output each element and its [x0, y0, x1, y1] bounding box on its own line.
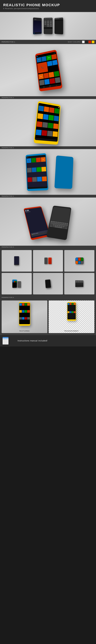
textured-transparent-section: TEXTURED: [0, 299, 96, 335]
perspective-3-phone: ●● 📶: [33, 101, 61, 145]
page-line-b2: [8, 340, 13, 340]
page-line-6: [3, 343, 8, 343]
perspective-2-phone: ●●●● 📷 🎵 Xbox 📞 IE: [35, 50, 63, 92]
perspective-2-scene: ●●●● 📷 🎵 Xbox 📞 IE: [0, 44, 96, 96]
phone-screen-right-content: backgrounds: [54, 18, 63, 34]
perspective-6-label: PERSPECTIVE 6: [2, 297, 14, 298]
perspective-4-phone-back: [54, 156, 73, 189]
page-title: REALISTIC PHONE MOCKUP: [3, 3, 93, 7]
transparent-item: TRANSPARENT: [49, 300, 94, 333]
page-line-5: [3, 342, 8, 342]
color-swatch-yellow: [92, 40, 94, 43]
page-line-b4: [8, 341, 13, 342]
page-header-bar-2: [8, 338, 14, 339]
perspective-1-phone-center: enter your password 1 2 3 4 5 6 7 8 9 0: [44, 18, 53, 34]
perspective-4-scene: 9:41 📞 IE: [0, 149, 96, 195]
perspective-3-label-strip: PERSPECTIVE 3: [0, 146, 96, 149]
perspective-3-label: PERSPECTIVE 3: [2, 147, 14, 148]
instruction-page-1: [2, 337, 8, 344]
grid-item-2: [33, 250, 63, 272]
perspective-4-label-strip: PERSPECTIVE 4: [0, 195, 96, 198]
perspective-6-label-strip: PERSPECTIVE 6: [0, 296, 96, 299]
grid-item-1: [2, 250, 32, 272]
page-line-8: [3, 344, 8, 344]
grid-item-3: [64, 250, 94, 272]
page-header: REALISTIC PHONE MOCKUP 6 Realistic persp…: [0, 0, 96, 12]
perspective-4-phone-front: 9:41 📞 IE: [25, 153, 48, 191]
textured-label: TEXTURED: [19, 330, 30, 332]
page-lines: [2, 338, 8, 344]
perspective-5-label-strip: PERSPECTIVE 5: [0, 246, 96, 248]
instructions-text: Instructions manual included!: [17, 340, 48, 342]
grid-item-6: [64, 273, 94, 294]
instructions-bar: Instructions manual included!: [0, 335, 96, 346]
page-line-b1: [8, 339, 13, 340]
body-colors-bar: PERSPECTIVE 1 BODY COLORS: [0, 40, 96, 44]
perspective-4-label: PERSPECTIVE 4: [2, 196, 14, 197]
perspective-5-label: PERSPECTIVE 5: [2, 246, 14, 248]
perspective-3-section: ●● 📶: [0, 99, 96, 149]
perspective-5-phone-keyboard: q w e: [46, 206, 71, 240]
perspective-2-label: PERSPECTIVE 2: [2, 97, 14, 98]
transparent-label: TRANSPARENT: [64, 330, 79, 332]
perspective-1-phone-left: 2:23: [33, 18, 41, 34]
grid-item-5: [33, 273, 63, 294]
perspective-5-section: 2:23 Wednesday 🔒 slide to unlock q: [0, 198, 96, 248]
phone-screen-content: 2:23: [33, 18, 41, 34]
perspective-6-grid: [0, 248, 96, 296]
page-line-4: [3, 342, 8, 342]
page-subtitle: 6 Realistic perspectives/compositions: [3, 8, 93, 10]
perspective-1-phone-right: backgrounds: [54, 18, 63, 34]
body-colors-right: BODY COLORS: [68, 40, 94, 43]
page-line-3: [3, 341, 8, 341]
perspective-3-scene: ●● 📶: [0, 99, 96, 146]
instructions-preview: [2, 337, 15, 344]
textured-item: TEXTURED: [2, 300, 47, 333]
page-line-b3: [8, 340, 13, 341]
perspective-6-section: PERSPECTIVE 6: [0, 248, 96, 299]
body-colors-label: BODY COLORS: [68, 41, 80, 43]
page-line-7: [3, 343, 8, 344]
perspective-4-section: 9:41 📞 IE: [0, 149, 96, 198]
instruction-page-2: [8, 338, 14, 345]
page-line-b5: [8, 342, 13, 342]
page-line-blue: [3, 339, 8, 339]
perspective-1-label: PERSPECTIVE 1: [2, 41, 15, 43]
grid-item-4: [2, 273, 32, 294]
color-swatch-white: [82, 40, 85, 43]
phone-screen-center-content: enter your password 1 2 3 4 5 6 7 8 9 0: [44, 18, 53, 34]
bottom-section-grid: TEXTURED: [0, 299, 96, 335]
color-swatch-black: [85, 40, 88, 43]
page-header-bar: [2, 337, 8, 338]
page-lines-2: [8, 339, 14, 343]
perspective-1-section: 2:23 enter your password 1 2 3 4 5: [0, 12, 96, 44]
color-swatch-red: [89, 40, 91, 43]
perspective-5-scene: 2:23 Wednesday 🔒 slide to unlock q: [0, 198, 96, 246]
page-line-2: [3, 340, 8, 340]
page-line-1: [3, 340, 8, 340]
perspective-2-label-strip: PERSPECTIVE 2: [0, 96, 96, 99]
perspective-1-scene: 2:23 enter your password 1 2 3 4 5: [0, 12, 96, 40]
perspective-2-section: ●●●● 📷 🎵 Xbox 📞 IE: [0, 44, 96, 99]
